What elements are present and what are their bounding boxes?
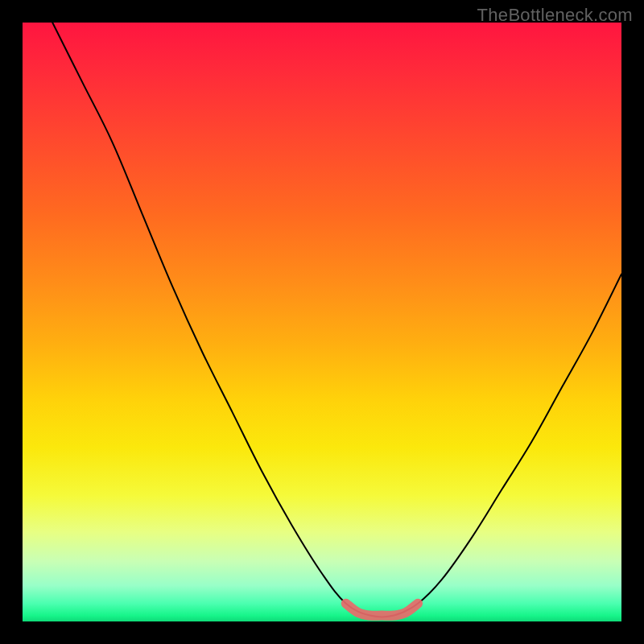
bottleneck-curve	[52, 23, 621, 617]
curves-svg	[23, 23, 621, 621]
plot-area	[23, 23, 621, 621]
chart-container: TheBottleneck.com	[0, 0, 644, 644]
optimal-zone-marker	[346, 604, 418, 616]
